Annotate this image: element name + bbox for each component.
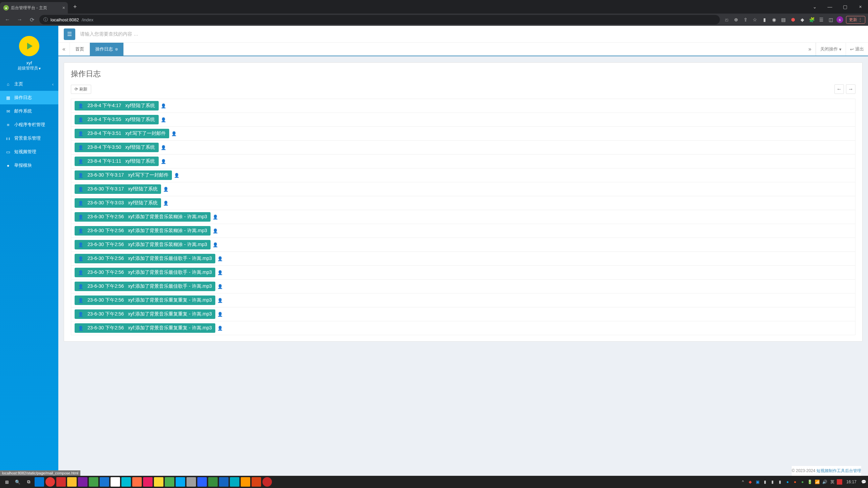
update-button[interactable]: 更新 ⋮ — [846, 16, 865, 24]
url-path: /index — [82, 17, 94, 22]
open-app-icon[interactable]: ⏍ — [723, 16, 731, 24]
browser-titlebar: ● 后台管理平台 - 主页 × + ⌄ — ▢ × — [0, 0, 868, 14]
minimize-button[interactable]: — — [822, 2, 837, 12]
window-controls: ⌄ — ▢ × — [807, 2, 868, 12]
side-panel-icon[interactable]: ◫ — [827, 16, 835, 24]
browser-toolbar: ← → ⟳ ⓘ localhost:8082/index ⏍ ⊕ ⇪ ☆ ▮ ◉… — [0, 14, 868, 26]
tab-title: 后台管理平台 - 主页 — [11, 5, 47, 11]
ext-icon-2[interactable]: ◉ — [770, 16, 778, 24]
bookmark-icon[interactable]: ☆ — [751, 16, 759, 24]
back-button[interactable]: ← — [3, 17, 12, 23]
zoom-icon[interactable]: ⊕ — [732, 16, 740, 24]
new-tab-button[interactable]: + — [71, 3, 80, 11]
reading-list-icon[interactable]: ☰ — [817, 16, 826, 24]
tab-close-icon[interactable]: × — [62, 5, 65, 11]
address-bar[interactable]: ⓘ localhost:8082/index — [39, 15, 720, 24]
reload-button[interactable]: ⟳ — [27, 17, 37, 23]
url-host: localhost:8082 — [51, 17, 79, 22]
favicon-icon: ● — [3, 5, 9, 11]
share-icon[interactable]: ⇪ — [742, 16, 750, 24]
browser-tab[interactable]: ● 后台管理平台 - 主页 × — [0, 2, 68, 14]
profile-avatar[interactable]: s — [836, 16, 843, 23]
ext-icon-5[interactable]: ◆ — [798, 16, 807, 24]
ext-icon-3[interactable]: ▤ — [780, 16, 788, 24]
forward-button[interactable]: → — [15, 17, 24, 23]
chevron-down-icon[interactable]: ⌄ — [807, 2, 822, 12]
close-window-button[interactable]: × — [853, 2, 868, 12]
ext-icon-1[interactable]: ▮ — [761, 16, 769, 24]
extensions-icon[interactable]: 🧩 — [808, 16, 816, 24]
ext-icon-4[interactable]: ⬢ — [789, 16, 797, 24]
maximize-button[interactable]: ▢ — [837, 2, 853, 12]
site-info-icon[interactable]: ⓘ — [43, 17, 48, 23]
